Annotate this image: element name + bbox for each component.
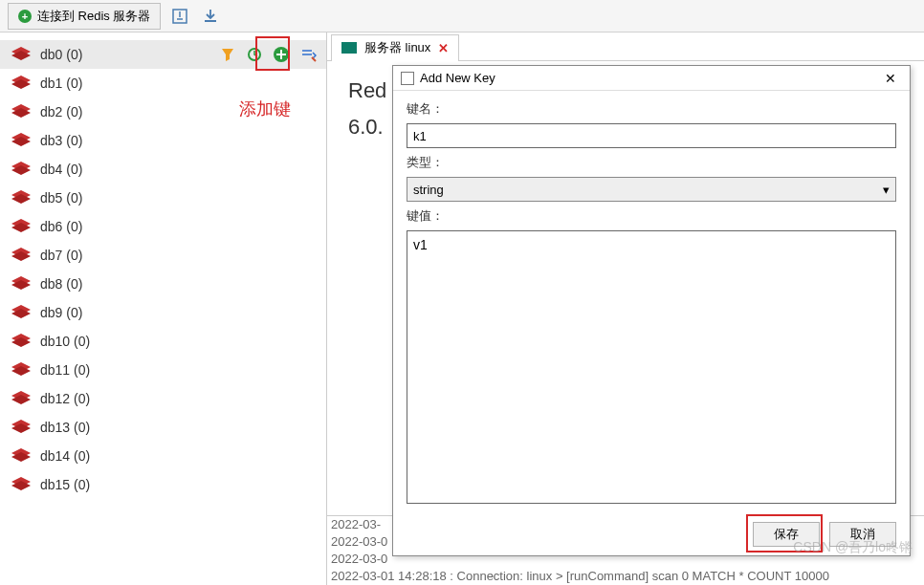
db-label: db6 (0)	[40, 219, 82, 234]
db-icon	[10, 161, 33, 178]
db-icon	[10, 304, 33, 321]
db-icon	[10, 46, 33, 63]
db-icon	[10, 333, 33, 350]
db-row-15[interactable]: db15 (0)	[0, 470, 326, 499]
db-row-6[interactable]: db6 (0)	[0, 212, 326, 241]
db-icon	[10, 447, 33, 465]
db-icon	[10, 218, 33, 235]
db-icon	[10, 361, 33, 379]
db-label: db5 (0)	[40, 190, 82, 206]
db-label: db11 (0)	[40, 362, 90, 378]
dialog-close-icon[interactable]: ✕	[879, 69, 902, 88]
type-label: 类型：	[407, 154, 896, 171]
db-label: db13 (0)	[40, 420, 90, 435]
db-row-0[interactable]: db0 (0)	[0, 40, 326, 69]
db-icon	[10, 419, 33, 436]
db-row-9[interactable]: db9 (0)	[0, 298, 326, 327]
db-label: db4 (0)	[40, 162, 82, 177]
connect-server-button[interactable]: + 连接到 Redis 服务器	[8, 3, 161, 30]
db-label: db12 (0)	[40, 391, 90, 406]
key-name-input[interactable]	[407, 123, 896, 148]
db-row-4[interactable]: db4 (0)	[0, 155, 326, 184]
db-row-8[interactable]: db8 (0)	[0, 270, 326, 298]
db-row-1[interactable]: db1 (0)	[0, 69, 326, 98]
db-icon	[10, 247, 33, 264]
db-icon	[10, 476, 33, 493]
db-icon	[10, 132, 33, 149]
db-row-10[interactable]: db10 (0)	[0, 327, 326, 356]
tab-strip: 服务器 linux ✕	[327, 32, 924, 61]
db-row-13[interactable]: db13 (0)	[0, 413, 326, 442]
db-label: db7 (0)	[40, 248, 82, 263]
type-select[interactable]: string ▾	[407, 177, 896, 202]
db-label: db3 (0)	[40, 133, 82, 148]
db-row-3[interactable]: db3 (0)	[0, 126, 326, 155]
db-label: db9 (0)	[40, 305, 82, 320]
db-label: db14 (0)	[40, 448, 90, 464]
db-label: db0 (0)	[40, 47, 82, 62]
cancel-button[interactable]: 取消	[829, 522, 896, 547]
filter-icon[interactable]	[219, 46, 236, 63]
db-label: db10 (0)	[40, 334, 90, 349]
db-label: db15 (0)	[40, 477, 90, 492]
db-row-14[interactable]: db14 (0)	[0, 442, 326, 470]
key-name-label: 键名：	[407, 100, 896, 118]
db-row-11[interactable]: db11 (0)	[0, 356, 326, 384]
type-value: string	[413, 183, 444, 197]
db-row-12[interactable]: db12 (0)	[0, 384, 326, 413]
dialog-icon	[401, 72, 414, 85]
db-icon	[10, 75, 33, 92]
tab-server-linux[interactable]: 服务器 linux ✕	[331, 34, 459, 61]
dialog-titlebar: Add New Key ✕	[393, 66, 910, 91]
db-row-7[interactable]: db7 (0)	[0, 241, 326, 270]
top-toolbar: + 连接到 Redis 服务器	[0, 0, 924, 32]
download-icon[interactable]	[199, 5, 222, 28]
key-value-textarea[interactable]	[407, 230, 896, 504]
db-icon	[10, 275, 33, 292]
db-icon	[10, 103, 33, 120]
connect-label: 连接到 Redis 服务器	[37, 8, 150, 25]
live-icon[interactable]	[299, 46, 317, 63]
annotation-label: 添加键	[239, 98, 291, 120]
add-new-key-dialog: Add New Key ✕ 键名： 类型： string ▾ 键值： 保存 取消	[392, 65, 911, 556]
save-button[interactable]: 保存	[753, 522, 820, 547]
key-value-label: 键值：	[407, 207, 896, 225]
db-label: db1 (0)	[40, 76, 82, 91]
tab-close-icon[interactable]: ✕	[438, 41, 449, 55]
db-label: db8 (0)	[40, 276, 82, 292]
dialog-title: Add New Key	[420, 71, 879, 85]
add-key-icon[interactable]	[273, 46, 290, 63]
plus-icon: +	[18, 10, 32, 23]
log-line: 2022-03-01 14:28:18 : Connection: linux …	[331, 568, 920, 585]
db-label: db2 (0)	[40, 104, 82, 119]
chevron-down-icon: ▾	[883, 183, 890, 197]
tab-label: 服务器 linux	[364, 39, 430, 56]
db-icon	[10, 189, 33, 206]
import-icon[interactable]	[168, 5, 191, 28]
reload-icon[interactable]	[246, 46, 263, 63]
db-icon	[10, 390, 33, 407]
db-row-5[interactable]: db5 (0)	[0, 184, 326, 212]
terminal-icon	[341, 42, 357, 54]
database-sidebar: db0 (0) 添加键 db1 (0) db2 (0) db3 (0) db4 …	[0, 32, 327, 585]
